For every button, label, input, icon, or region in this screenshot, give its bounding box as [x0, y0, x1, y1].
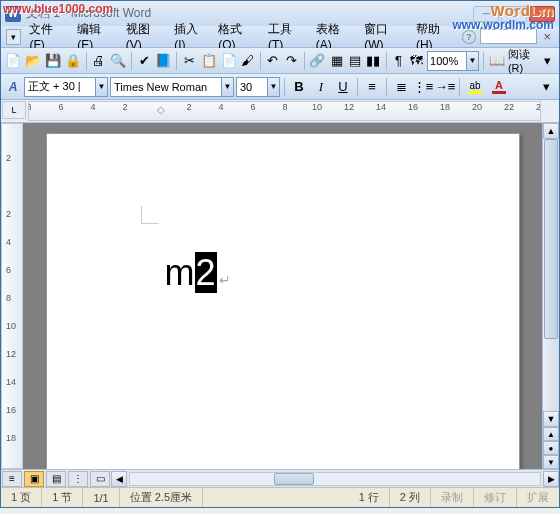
watermark-blue1000: www.blue1000.com — [3, 2, 113, 16]
browse-object-icon[interactable]: ● — [543, 441, 559, 455]
fontsize-combo[interactable]: ▼ — [236, 77, 280, 97]
scroll-left-icon[interactable]: ◀ — [111, 471, 127, 487]
separator — [357, 78, 358, 96]
styles-icon[interactable]: A — [4, 78, 22, 96]
vruler-tick: 8 — [6, 293, 11, 303]
toolbar-options-icon[interactable]: ▾ — [540, 51, 556, 71]
open-icon[interactable]: 📂 — [24, 51, 42, 71]
outline-view-icon[interactable]: ⋮ — [68, 471, 88, 487]
columns-icon[interactable]: ▮▮ — [365, 51, 381, 71]
vruler-tick: 14 — [6, 377, 16, 387]
status-bar: 1 页 1 节 1/1 位置 2.5厘米 1 行 2 列 录制 修订 扩展 — [1, 487, 559, 507]
ruler-row: L ◇ 864224681012141618202224 — [1, 100, 559, 123]
print-layout-view-icon[interactable]: ▣ — [24, 471, 44, 487]
hyperlink-icon[interactable]: 🔗 — [308, 51, 326, 71]
scroll-down-icon[interactable]: ▼ — [543, 411, 559, 427]
view-switch-bar: ≡ ▣ ▤ ⋮ ▭ ◀ ▶ — [1, 469, 559, 487]
next-page-icon[interactable]: ▼ — [543, 455, 559, 469]
status-line[interactable]: 1 行 — [349, 488, 390, 507]
status-record[interactable]: 录制 — [431, 488, 474, 507]
hscroll-track[interactable] — [129, 472, 541, 486]
align-justify-icon[interactable]: ≡ — [362, 77, 382, 97]
status-revision[interactable]: 修订 — [474, 488, 517, 507]
zoom-combo[interactable]: ▼ — [427, 51, 479, 71]
show-marks-icon[interactable]: ¶ — [390, 51, 406, 71]
web-layout-view-icon[interactable]: ▤ — [46, 471, 66, 487]
style-combo[interactable]: ▼ — [24, 77, 108, 97]
ruler-tick: 22 — [499, 102, 519, 112]
chevron-down-icon[interactable]: ▼ — [95, 78, 107, 96]
numbered-list-icon[interactable]: ≣ — [391, 77, 411, 97]
print-preview-icon[interactable]: 🔍 — [109, 51, 127, 71]
status-column[interactable]: 2 列 — [390, 488, 431, 507]
paste-icon[interactable]: 📄 — [220, 51, 238, 71]
vertical-scrollbar[interactable]: ▲ ▼ ▲ ● ▼ — [542, 123, 559, 469]
scroll-up-icon[interactable]: ▲ — [543, 123, 559, 139]
ruler-tick: 2 — [115, 102, 135, 112]
chevron-down-icon[interactable]: ▼ — [466, 52, 478, 70]
ruler-tick: 4 — [83, 102, 103, 112]
status-position[interactable]: 位置 2.5厘米 — [120, 488, 203, 507]
cut-icon[interactable]: ✂ — [181, 51, 197, 71]
selected-char-2[interactable]: 2 — [195, 252, 217, 293]
scroll-track[interactable] — [543, 139, 559, 411]
undo-icon[interactable]: ↶ — [265, 51, 281, 71]
status-pages[interactable]: 1/1 — [83, 488, 119, 507]
permission-icon[interactable]: 🔒 — [64, 51, 82, 71]
doc-map-icon[interactable]: 🗺 — [409, 51, 425, 71]
read-mode-icon[interactable]: 📖 — [488, 51, 506, 71]
toolbar-options-icon[interactable]: ▾ — [536, 77, 556, 97]
italic-button[interactable]: I — [311, 77, 331, 97]
indent-marker-icon[interactable]: ◇ — [157, 104, 165, 115]
horizontal-ruler[interactable]: ◇ 864224681012141618202224 — [28, 101, 541, 121]
document-page[interactable]: m2↵ — [46, 133, 520, 469]
scroll-right-icon[interactable]: ▶ — [543, 471, 559, 487]
separator — [386, 52, 387, 70]
font-value[interactable] — [111, 78, 221, 96]
vruler-tick: 16 — [6, 405, 16, 415]
bold-button[interactable]: B — [289, 77, 309, 97]
separator — [284, 78, 285, 96]
scroll-thumb[interactable] — [544, 139, 558, 339]
status-extend[interactable]: 扩展 — [517, 488, 559, 507]
underline-button[interactable]: U — [333, 77, 353, 97]
chevron-down-icon[interactable]: ▼ — [221, 78, 233, 96]
chevron-down-icon[interactable]: ▼ — [267, 78, 279, 96]
status-section[interactable]: 1 节 — [42, 488, 83, 507]
ruler-tick: 20 — [467, 102, 487, 112]
page-viewport[interactable]: m2↵ — [23, 123, 542, 469]
char-m[interactable]: m — [165, 252, 195, 293]
copy-icon[interactable]: 📋 — [200, 51, 218, 71]
tab-selector[interactable]: L — [2, 101, 26, 119]
style-value[interactable] — [25, 78, 95, 96]
watermark-wordlm-url: www.wordlm.com — [452, 18, 554, 32]
bullet-list-icon[interactable]: ⋮≡ — [413, 77, 433, 97]
prev-page-icon[interactable]: ▲ — [543, 427, 559, 441]
system-menu-icon[interactable]: ▾ — [6, 29, 21, 45]
fontsize-value[interactable] — [237, 78, 267, 96]
indent-icon[interactable]: →≡ — [435, 77, 455, 97]
vruler-tick: 2 — [6, 153, 11, 163]
vertical-ruler[interactable]: 224681012141618 — [1, 123, 23, 469]
reading-view-icon[interactable]: ▭ — [90, 471, 110, 487]
save-icon[interactable]: 💾 — [44, 51, 62, 71]
highlight-button[interactable]: ab — [464, 77, 486, 97]
tables-borders-icon[interactable]: ▦ — [328, 51, 344, 71]
redo-icon[interactable]: ↷ — [283, 51, 299, 71]
ruler-tick: 18 — [435, 102, 455, 112]
font-combo[interactable]: ▼ — [110, 77, 234, 97]
status-page[interactable]: 1 页 — [1, 488, 42, 507]
format-painter-icon[interactable]: 🖌 — [240, 51, 256, 71]
normal-view-icon[interactable]: ≡ — [2, 471, 22, 487]
spellcheck-icon[interactable]: ✔ — [136, 51, 152, 71]
read-label[interactable]: 阅读(R) — [508, 47, 538, 74]
insert-table-icon[interactable]: ▤ — [347, 51, 363, 71]
zoom-value[interactable] — [428, 52, 466, 70]
hscroll-thumb[interactable] — [274, 473, 314, 485]
font-color-button[interactable]: A — [488, 77, 510, 97]
separator — [386, 78, 387, 96]
document-text[interactable]: m2↵ — [165, 252, 231, 294]
research-icon[interactable]: 📘 — [154, 51, 172, 71]
print-icon[interactable]: 🖨 — [91, 51, 107, 71]
new-doc-icon[interactable]: 📄 — [4, 51, 22, 71]
